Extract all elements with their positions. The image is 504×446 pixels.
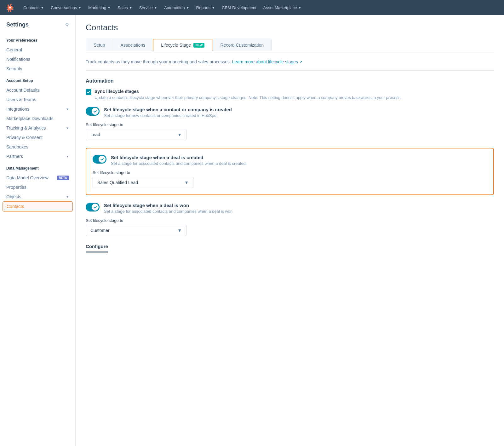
toggle-block-0: Set lifecycle stage when a contact or co… [86,107,494,140]
nav-item-marketing[interactable]: Marketing▼ [85,3,114,12]
sidebar-item-notifications[interactable]: Notifications [0,55,75,64]
chevron-down-icon: ▼ [129,6,132,9]
toggle-knob [99,156,106,163]
nav-item-contacts[interactable]: Contacts▼ [20,3,47,12]
toggle-row: Set lifecycle stage when a deal is won S… [86,203,494,214]
configure-section: Configure [86,244,494,252]
sidebar-section-title: Your Preferences [0,33,75,45]
stage-select-1[interactable]: Sales Qualified Lead ▼ [93,177,193,188]
settings-sidebar: Settings ⚲ Your PreferencesGeneralNotifi… [0,15,76,446]
toggle-label-0: Set lifecycle stage when a contact or co… [104,107,232,112]
page-description: Track contacts as they move through your… [86,59,494,65]
tab-associations[interactable]: Associations [113,39,153,51]
sidebar-item-tracking---analytics[interactable]: Tracking & Analytics▼ [0,123,75,133]
sidebar-item-marketplace-downloads[interactable]: Marketplace Downloads [0,114,75,123]
tab-setup[interactable]: Setup [86,39,113,51]
sidebar-item-sandboxes[interactable]: Sandboxes [0,142,75,152]
toggle-desc-2: Set a stage for associated contacts and … [104,209,232,214]
nav-item-crm-development[interactable]: CRM Development [219,3,260,12]
page-title: Contacts [86,23,494,32]
search-icon[interactable]: ⚲ [65,22,69,28]
toggle-row: Set lifecycle stage when a deal is creat… [93,155,487,166]
chevron-down-icon: ▼ [66,107,69,111]
tab-lifecycle-stage[interactable]: Lifecycle StageNEW [153,39,213,51]
nav-item-service[interactable]: Service▼ [136,3,160,12]
sidebar-item-objects[interactable]: Objects▼ [0,192,75,201]
toggle-knob [92,108,99,115]
sidebar-title: Settings [6,21,29,28]
sidebar-item-general[interactable]: General [0,45,75,55]
automation-section: Automation Sync lifecycle stages Update … [86,78,494,236]
chevron-down-icon: ▼ [186,6,189,9]
sync-lifecycle-row: Sync lifecycle stages Update a contact's… [86,89,494,101]
stage-label-1: Set lifecycle stage to [93,170,487,175]
toggle-desc-1: Set a stage for associated contacts and … [111,161,246,166]
toggle-block-1: Set lifecycle stage when a deal is creat… [86,148,494,195]
chevron-down-icon: ▼ [78,6,81,9]
stage-label-2: Set lifecycle stage to [86,218,494,223]
tab-record-customization[interactable]: Record Customization [212,39,272,51]
toggle-row: Set lifecycle stage when a contact or co… [86,107,494,118]
sidebar-item-partners[interactable]: Partners▼ [0,152,75,161]
chevron-down-icon: ▼ [177,228,182,233]
chevron-down-icon: ▼ [154,6,157,9]
toggle-block-2: Set lifecycle stage when a deal is won S… [86,203,494,236]
chevron-down-icon: ▼ [66,195,69,199]
sidebar-item-users---teams[interactable]: Users & Teams [0,95,75,104]
chevron-down-icon: ▼ [41,6,44,9]
top-navigation: Contacts▼Conversations▼Marketing▼Sales▼S… [0,0,504,15]
toggle-label-1: Set lifecycle stage when a deal is creat… [111,155,246,160]
toggle-label-2: Set lifecycle stage when a deal is won [104,203,232,208]
chevron-down-icon: ▼ [107,6,111,9]
sidebar-item-security[interactable]: Security [0,64,75,73]
toggle-knob [92,204,99,211]
external-link-icon: ↗ [299,60,302,64]
sync-lifecycle-checkbox[interactable] [86,89,91,95]
svg-point-0 [9,7,11,9]
chevron-down-icon: ▼ [298,6,301,9]
nav-item-reports[interactable]: Reports▼ [193,3,218,12]
toggle-desc-0: Set a stage for new contacts or companie… [104,113,232,118]
tab-badge-new: NEW [193,43,204,48]
configure-label: Configure [86,244,108,252]
stage-select-0[interactable]: Lead ▼ [86,129,186,140]
chevron-down-icon: ▼ [66,155,69,158]
sidebar-item-integrations[interactable]: Integrations▼ [0,104,75,114]
chevron-down-icon: ▼ [212,6,215,9]
toggle-switch-2[interactable] [86,203,100,211]
sidebar-item-account-defaults[interactable]: Account Defaults [0,85,75,95]
main-content: Contacts SetupAssociationsLifecycle Stag… [76,15,504,446]
sidebar-section-title: Account Setup [0,73,75,85]
nav-item-sales[interactable]: Sales▼ [114,3,135,12]
chevron-down-icon: ▼ [177,132,182,137]
nav-item-automation[interactable]: Automation▼ [161,3,192,12]
sidebar-item-privacy---consent[interactable]: Privacy & Consent [0,133,75,142]
sidebar-item-properties[interactable]: Properties [0,182,75,192]
tab-bar: SetupAssociationsLifecycle StageNEWRecor… [86,39,494,51]
sync-lifecycle-desc: Update a contact's lifecycle stage whene… [94,95,402,101]
sidebar-item-contacts[interactable]: Contacts [3,201,73,211]
stage-select-2[interactable]: Customer ▼ [86,225,186,236]
beta-badge: BETA [57,176,69,180]
nav-item-asset-marketplace[interactable]: Asset Marketplace▼ [260,3,305,12]
sidebar-section-title: Data Management [0,161,75,173]
toggle-switch-1[interactable] [93,155,106,164]
sync-lifecycle-label: Sync lifecycle stages [94,89,402,94]
nav-item-conversations[interactable]: Conversations▼ [48,3,84,12]
toggle-switch-0[interactable] [86,107,100,116]
learn-more-link[interactable]: Learn more about lifecycle stages ↗ [232,59,302,64]
sidebar-item-data-model-overview[interactable]: Data Model OverviewBETA [0,173,75,182]
chevron-down-icon: ▼ [66,126,69,130]
automation-section-title: Automation [86,78,494,84]
stage-label-0: Set lifecycle stage to [86,122,494,127]
hubspot-logo[interactable] [5,3,15,13]
chevron-down-icon: ▼ [184,180,189,185]
